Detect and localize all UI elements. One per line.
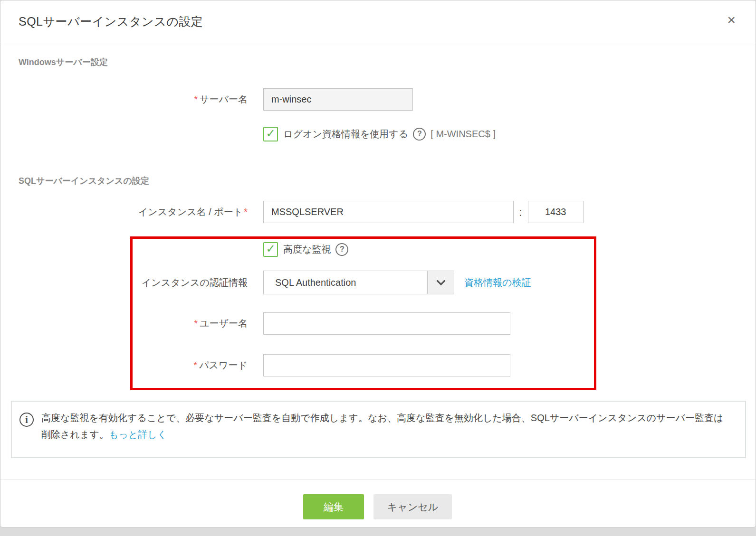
info-icon: i xyxy=(19,413,34,427)
windows-section-heading: Windowsサーバー設定 xyxy=(19,56,108,68)
learn-more-link[interactable]: もっと詳しく xyxy=(109,429,167,440)
dialog-header: SQLサーバーインスタンスの設定 × xyxy=(0,0,756,42)
sql-section-heading: SQLサーバーインスタンスの設定 xyxy=(19,175,149,187)
sql-instance-settings-dialog: SQLサーバーインスタンスの設定 × Windowsサーバー設定 *サーバー名 … xyxy=(0,0,756,527)
password-input[interactable] xyxy=(263,354,510,376)
server-name-label: *サーバー名 xyxy=(0,93,248,106)
dialog-title: SQLサーバーインスタンスの設定 xyxy=(19,14,203,29)
check-icon: ✓ xyxy=(266,128,275,139)
verify-credentials-link[interactable]: 資格情報の検証 xyxy=(464,276,531,289)
instance-name-input[interactable] xyxy=(263,201,514,223)
port-separator: : xyxy=(519,206,522,219)
password-label: *パスワード xyxy=(0,359,248,372)
cancel-button[interactable]: キャンセル xyxy=(373,494,452,519)
server-name-input[interactable] xyxy=(263,88,413,111)
close-icon[interactable]: × xyxy=(727,13,736,27)
help-icon[interactable]: ? xyxy=(413,128,426,141)
logon-credentials-label: ログオン資格情報を使用する xyxy=(283,128,408,141)
chevron-down-icon[interactable] xyxy=(427,271,454,294)
logon-credentials-checkbox[interactable]: ✓ xyxy=(263,127,278,141)
advanced-monitoring-checkbox[interactable]: ✓ xyxy=(263,242,278,257)
auth-label: インスタンスの認証情報 xyxy=(0,276,248,289)
instance-port-row: インスタンス名 / ポート* : xyxy=(0,201,756,223)
auth-row: インスタンスの認証情報 SQL Authentication 資格情報の検証 xyxy=(0,271,756,294)
info-box: i 高度な監視を有効化することで、必要なサーバー監査を自動で作成します。なお、高… xyxy=(11,401,746,458)
username-row: *ユーザー名 xyxy=(0,312,756,335)
check-icon: ✓ xyxy=(266,243,275,254)
password-row: *パスワード xyxy=(0,354,756,376)
machine-account-text: [ M-WINSEC$ ] xyxy=(431,129,496,140)
required-asterisk: * xyxy=(193,360,197,370)
advanced-monitoring-row: ✓ 高度な監視 ? xyxy=(0,241,756,258)
required-asterisk: * xyxy=(194,318,198,329)
auth-dropdown-value: SQL Authentication xyxy=(264,277,427,288)
help-icon[interactable]: ? xyxy=(335,243,348,256)
logon-credentials-row: ✓ ログオン資格情報を使用する ? [ M-WINSEC$ ] xyxy=(0,125,756,142)
header-divider xyxy=(0,42,756,42)
required-asterisk: * xyxy=(194,94,198,104)
server-name-row: *サーバー名 xyxy=(0,88,756,111)
port-input[interactable] xyxy=(528,201,584,223)
username-label: *ユーザー名 xyxy=(0,317,248,330)
info-text: 高度な監視を有効化することで、必要なサーバー監査を自動で作成します。なお、高度な… xyxy=(41,410,740,443)
edit-button[interactable]: 編集 xyxy=(303,494,364,519)
footer-divider xyxy=(0,479,756,480)
required-asterisk: * xyxy=(244,207,248,217)
advanced-monitoring-label: 高度な監視 xyxy=(283,243,331,256)
instance-port-label: インスタンス名 / ポート* xyxy=(0,206,248,218)
username-input[interactable] xyxy=(263,312,510,335)
auth-dropdown[interactable]: SQL Authentication xyxy=(263,271,454,294)
